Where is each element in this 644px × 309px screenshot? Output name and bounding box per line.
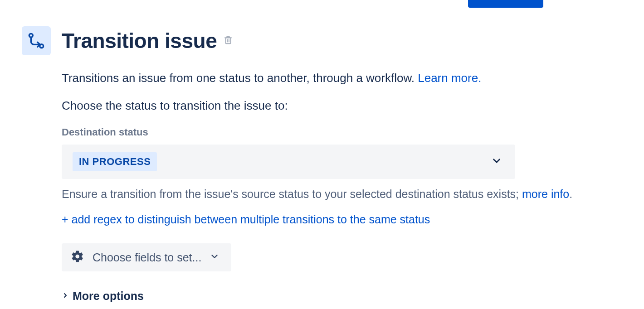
choose-fields-label: Choose fields to set... [93, 251, 201, 264]
helper-text-content: Ensure a transition from the issue's sou… [62, 188, 522, 200]
choose-fields-button[interactable]: Choose fields to set... [62, 243, 231, 271]
add-regex-link[interactable]: + add regex to distinguish between multi… [62, 213, 611, 226]
chevron-right-icon [62, 292, 69, 301]
transition-icon-badge [22, 26, 51, 55]
chevron-down-icon [210, 251, 220, 263]
panel-header: Transition issue [22, 26, 611, 55]
page-title: Transition issue [62, 29, 217, 53]
trash-icon [223, 34, 233, 45]
learn-more-link[interactable]: Learn more. [418, 71, 481, 85]
more-options-toggle[interactable]: More options [62, 290, 611, 303]
destination-status-select[interactable]: IN PROGRESS [62, 145, 515, 179]
helper-suffix: . [569, 188, 572, 200]
panel-body: Transitions an issue from one status to … [62, 70, 611, 303]
title-row: Transition issue [62, 29, 233, 53]
primary-action-button[interactable] [468, 0, 543, 8]
gear-icon [71, 250, 84, 265]
status-lozenge: IN PROGRESS [73, 152, 157, 171]
description: Transitions an issue from one status to … [62, 70, 611, 86]
transition-icon [27, 32, 45, 50]
delete-button[interactable] [223, 34, 233, 47]
chevron-down-icon [491, 155, 503, 169]
helper-text: Ensure a transition from the issue's sou… [62, 186, 611, 202]
destination-status-label: Destination status [62, 126, 611, 138]
description-text: Transitions an issue from one status to … [62, 71, 418, 85]
more-options-label: More options [73, 290, 144, 303]
instruction-text: Choose the status to transition the issu… [62, 99, 611, 113]
more-info-link[interactable]: more info [522, 188, 569, 200]
svg-point-0 [29, 34, 33, 37]
transition-issue-panel: Transition issue Transitions an issue fr… [22, 26, 611, 303]
